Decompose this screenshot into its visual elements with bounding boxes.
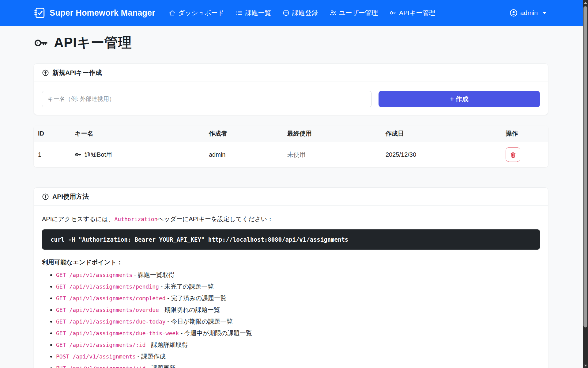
users-icon xyxy=(330,10,336,16)
nav-item-label: APIキー管理 xyxy=(399,9,435,17)
create-api-key-card: 新規APIキー作成 + 作成 xyxy=(34,63,548,115)
scrollbar-up-arrow-icon[interactable] xyxy=(583,0,588,5)
delete-key-button[interactable] xyxy=(506,147,520,162)
cell-last-used: 未使用 xyxy=(287,142,386,167)
endpoint-code: GET /api/v1/assignments/:id xyxy=(56,342,146,348)
col-header-actions: 操作 xyxy=(506,125,548,142)
endpoint-sep: - xyxy=(147,341,149,348)
endpoint-desc: 期限切れの課題一覧 xyxy=(164,306,220,313)
endpoint-sep-wrap: - xyxy=(146,341,151,348)
endpoint-item: GET /api/v1/assignments/due-this-week - … xyxy=(56,329,540,337)
endpoint-sep-wrap: - xyxy=(159,283,164,290)
person-circle-icon xyxy=(510,9,518,17)
scrollbar-thumb[interactable] xyxy=(583,6,587,328)
endpoint-sep: - xyxy=(161,283,163,290)
home-icon xyxy=(169,10,175,16)
create-card-header: 新規APIキー作成 xyxy=(34,64,548,82)
endpoint-sep-wrap: - xyxy=(132,271,138,278)
create-card-body: + 作成 xyxy=(34,82,548,115)
journal-check-icon xyxy=(34,7,45,19)
brand[interactable]: Super Homework Manager xyxy=(34,7,155,19)
api-usage-card: API使用方法 APIにアクセスするには、AuthorizationヘッダーにA… xyxy=(34,187,548,368)
cell-creator: admin xyxy=(209,142,287,167)
table-header-row: ID キー名 作成者 最終使用 作成日 操作 xyxy=(34,125,548,142)
endpoints-list: GET /api/v1/assignments - 課題一覧取得GET /api… xyxy=(42,271,540,368)
endpoint-item: PUT /api/v1/assignments/:id - 課題更新 xyxy=(56,364,540,368)
page-title: APIキー管理 xyxy=(34,34,548,52)
col-header-id: ID xyxy=(34,125,75,142)
endpoint-desc: 完了済みの課題一覧 xyxy=(171,295,226,301)
endpoint-item: GET /api/v1/assignments/completed - 完了済み… xyxy=(56,294,540,302)
endpoint-item: GET /api/v1/assignments/pending - 未完了の課題… xyxy=(56,282,540,291)
endpoint-sep: - xyxy=(147,365,149,368)
endpoint-sep-wrap: - xyxy=(166,295,171,301)
endpoint-sep-wrap: - xyxy=(159,306,164,313)
endpoint-code: GET /api/v1/assignments/due-this-week xyxy=(56,330,179,336)
endpoint-sep: - xyxy=(181,330,183,336)
endpoint-code: GET /api/v1/assignments/pending xyxy=(56,283,159,290)
usage-intro-after: ヘッダーにAPIキーを設定してください： xyxy=(157,216,273,222)
api-keys-table: ID キー名 作成者 最終使用 作成日 操作 1 通知 xyxy=(34,125,548,167)
cell-key-name: 通知Bot用 xyxy=(75,142,209,167)
curl-command-block: curl -H "Authorization: Bearer YOUR_API_… xyxy=(42,229,540,250)
cell-actions xyxy=(506,142,548,167)
endpoint-code: POST /api/v1/assignments xyxy=(56,353,136,360)
chevron-down-icon xyxy=(542,12,547,14)
key-icon xyxy=(390,10,396,16)
endpoint-sep: - xyxy=(134,271,136,278)
list-icon xyxy=(236,10,243,16)
create-card-title: 新規APIキー作成 xyxy=(52,68,102,77)
user-name: admin xyxy=(520,9,538,17)
key-name-input[interactable] xyxy=(42,91,371,107)
cell-created: 2025/12/30 xyxy=(386,142,506,167)
endpoint-desc: 課題作成 xyxy=(141,353,166,360)
usage-intro-before: APIにアクセスするには、 xyxy=(42,216,114,222)
endpoint-item: POST /api/v1/assignments - 課題作成 xyxy=(56,352,540,361)
endpoint-item: GET /api/v1/assignments/due-today - 今日が期… xyxy=(56,317,540,326)
endpoint-desc: 課題詳細取得 xyxy=(151,341,188,348)
nav-item-label: 課題一覧 xyxy=(245,9,271,17)
nav-item-user-management[interactable]: ユーザー管理 xyxy=(330,9,378,17)
endpoint-code: GET /api/v1/assignments/due-today xyxy=(56,318,166,325)
endpoint-sep-wrap: - xyxy=(179,330,184,336)
scrollbar-down-arrow-icon[interactable] xyxy=(583,363,588,368)
endpoint-code: GET /api/v1/assignments xyxy=(56,272,132,278)
endpoint-code: GET /api/v1/assignments/completed xyxy=(56,295,166,301)
endpoint-item: GET /api/v1/assignments - 課題一覧取得 xyxy=(56,271,540,279)
nav-item-label: ダッシュボード xyxy=(178,9,224,17)
col-header-last-used: 最終使用 xyxy=(287,125,386,142)
nav-item-assignment-list[interactable]: 課題一覧 xyxy=(236,9,271,17)
api-keys-table-card: ID キー名 作成者 最終使用 作成日 操作 1 通知 xyxy=(34,125,548,167)
usage-card-title: API使用方法 xyxy=(52,192,89,201)
endpoint-desc: 今週中が期限の課題一覧 xyxy=(184,330,252,336)
trash-icon xyxy=(510,151,516,158)
user-menu[interactable]: admin xyxy=(510,9,547,17)
app-window: Super Homework Manager ダッシュボード 課題一覧 課題登録… xyxy=(0,0,583,368)
page-title-text: APIキー管理 xyxy=(54,34,132,52)
endpoint-sep-wrap: - xyxy=(166,318,171,325)
endpoint-sep-wrap: - xyxy=(136,353,141,360)
nav-item-assignment-create[interactable]: 課題登録 xyxy=(283,9,318,17)
endpoint-code: PUT /api/v1/assignments/:id xyxy=(56,365,146,368)
endpoint-sep-wrap: - xyxy=(146,365,151,368)
col-header-key-name: キー名 xyxy=(75,125,209,142)
endpoint-sep: - xyxy=(161,306,163,313)
nav-item-label: 課題登録 xyxy=(292,9,318,17)
vertical-scrollbar[interactable] xyxy=(583,0,588,368)
usage-card-body: APIにアクセスするには、AuthorizationヘッダーにAPIキーを設定し… xyxy=(34,206,548,368)
key-name-text: 通知Bot用 xyxy=(85,151,112,159)
col-header-created: 作成日 xyxy=(386,125,506,142)
info-circle-icon xyxy=(42,193,49,200)
plus-circle-icon xyxy=(42,69,49,76)
nav-item-api-key-management[interactable]: APIキー管理 xyxy=(390,9,435,17)
brand-title: Super Homework Manager xyxy=(50,8,155,18)
nav-item-dashboard[interactable]: ダッシュボード xyxy=(169,9,224,17)
key-icon xyxy=(75,151,81,158)
nav-links: ダッシュボード 課題一覧 課題登録 ユーザー管理 APIキー管理 xyxy=(169,9,435,17)
usage-intro: APIにアクセスするには、AuthorizationヘッダーにAPIキーを設定し… xyxy=(42,215,540,223)
table-row: 1 通知Bot用 admin 未使用 2025/12/30 xyxy=(34,142,548,167)
endpoint-sep: - xyxy=(138,353,140,360)
key-icon xyxy=(34,36,48,50)
endpoint-sep: - xyxy=(167,318,169,325)
create-key-button[interactable]: + 作成 xyxy=(379,91,540,107)
